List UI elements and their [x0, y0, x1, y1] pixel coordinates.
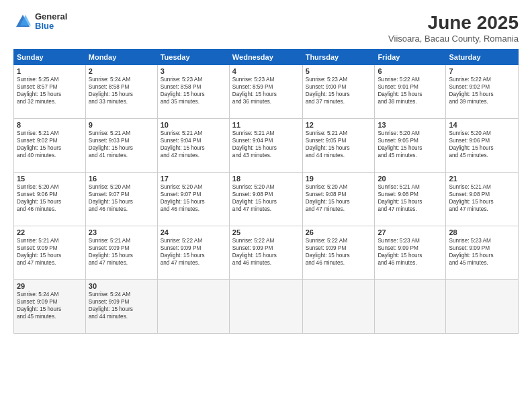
- day-info: Sunrise: 5:20 AM Sunset: 9:07 PM Dayligh…: [161, 183, 226, 213]
- day-info: Sunrise: 5:21 AM Sunset: 9:02 PM Dayligh…: [17, 130, 83, 159]
- day-info: Sunrise: 5:25 AM Sunset: 8:57 PM Dayligh…: [17, 76, 83, 105]
- day-number: 16: [89, 175, 154, 183]
- day-info: Sunrise: 5:21 AM Sunset: 9:03 PM Dayligh…: [89, 130, 154, 159]
- day-info: Sunrise: 5:20 AM Sunset: 9:08 PM Dayligh…: [306, 183, 372, 213]
- weekday-header: Sunday: [14, 50, 86, 65]
- day-number: 23: [89, 228, 154, 236]
- day-number: 18: [232, 175, 300, 183]
- day-info: Sunrise: 5:23 AM Sunset: 8:58 PM Dayligh…: [161, 76, 226, 105]
- day-info: Sunrise: 5:24 AM Sunset: 9:09 PM Dayligh…: [89, 291, 154, 320]
- calendar-day-cell: 27Sunrise: 5:23 AM Sunset: 9:09 PM Dayli…: [375, 226, 446, 280]
- day-info: Sunrise: 5:24 AM Sunset: 9:09 PM Dayligh…: [17, 291, 83, 320]
- calendar-day-cell: 4Sunrise: 5:23 AM Sunset: 8:59 PM Daylig…: [229, 65, 302, 119]
- day-info: Sunrise: 5:20 AM Sunset: 9:07 PM Dayligh…: [89, 183, 154, 213]
- day-info: Sunrise: 5:23 AM Sunset: 8:59 PM Dayligh…: [232, 76, 300, 105]
- day-info: Sunrise: 5:22 AM Sunset: 9:09 PM Dayligh…: [161, 237, 226, 267]
- day-number: 2: [89, 67, 154, 75]
- day-number: 10: [161, 121, 226, 129]
- day-number: 24: [161, 228, 226, 236]
- location-subtitle: Viisoara, Bacau County, Romania: [388, 34, 519, 44]
- calendar-day-cell: 25Sunrise: 5:22 AM Sunset: 9:09 PM Dayli…: [229, 226, 302, 280]
- calendar-day-cell: 9Sunrise: 5:21 AM Sunset: 9:03 PM Daylig…: [85, 119, 157, 173]
- day-info: Sunrise: 5:20 AM Sunset: 9:05 PM Dayligh…: [378, 130, 443, 159]
- calendar-week-row: 1Sunrise: 5:25 AM Sunset: 8:57 PM Daylig…: [14, 65, 519, 119]
- day-info: Sunrise: 5:22 AM Sunset: 9:09 PM Dayligh…: [232, 237, 300, 267]
- calendar-day-cell: [302, 280, 375, 334]
- calendar-day-cell: 7Sunrise: 5:22 AM Sunset: 9:02 PM Daylig…: [446, 65, 519, 119]
- day-info: Sunrise: 5:23 AM Sunset: 9:09 PM Dayligh…: [378, 237, 443, 267]
- calendar-day-cell: 3Sunrise: 5:23 AM Sunset: 8:58 PM Daylig…: [157, 65, 229, 119]
- calendar-header-row: SundayMondayTuesdayWednesdayThursdayFrid…: [14, 50, 519, 65]
- day-number: 22: [17, 228, 83, 236]
- day-info: Sunrise: 5:22 AM Sunset: 9:02 PM Dayligh…: [449, 76, 515, 105]
- calendar-day-cell: 16Sunrise: 5:20 AM Sunset: 9:07 PM Dayli…: [85, 173, 157, 226]
- calendar-day-cell: 22Sunrise: 5:21 AM Sunset: 9:09 PM Dayli…: [14, 226, 86, 280]
- day-number: 7: [449, 67, 515, 75]
- day-number: 9: [89, 121, 154, 129]
- calendar-week-row: 15Sunrise: 5:20 AM Sunset: 9:06 PM Dayli…: [14, 173, 519, 226]
- day-number: 4: [232, 67, 300, 75]
- weekday-header: Tuesday: [157, 50, 229, 65]
- calendar-day-cell: 11Sunrise: 5:21 AM Sunset: 9:04 PM Dayli…: [229, 119, 302, 173]
- calendar-week-row: 22Sunrise: 5:21 AM Sunset: 9:09 PM Dayli…: [14, 226, 519, 280]
- page: General Blue June 2025 Viisoara, Bacau C…: [0, 0, 532, 411]
- calendar-day-cell: 6Sunrise: 5:22 AM Sunset: 9:01 PM Daylig…: [375, 65, 446, 119]
- calendar-day-cell: 19Sunrise: 5:20 AM Sunset: 9:08 PM Dayli…: [302, 173, 375, 226]
- day-number: 28: [449, 228, 515, 236]
- day-info: Sunrise: 5:20 AM Sunset: 9:08 PM Dayligh…: [232, 183, 300, 213]
- day-info: Sunrise: 5:23 AM Sunset: 9:00 PM Dayligh…: [306, 76, 372, 105]
- day-info: Sunrise: 5:22 AM Sunset: 9:09 PM Dayligh…: [306, 237, 372, 267]
- calendar-day-cell: 24Sunrise: 5:22 AM Sunset: 9:09 PM Dayli…: [157, 226, 229, 280]
- calendar-day-cell: 23Sunrise: 5:21 AM Sunset: 9:09 PM Dayli…: [85, 226, 157, 280]
- day-number: 15: [17, 175, 83, 183]
- logo-icon: [13, 12, 32, 31]
- title-block: June 2025 Viisoara, Bacau County, Romani…: [388, 12, 519, 44]
- day-number: 3: [161, 67, 226, 75]
- logo-blue: Blue: [35, 21, 67, 31]
- day-info: Sunrise: 5:21 AM Sunset: 9:05 PM Dayligh…: [306, 130, 372, 159]
- day-number: 5: [306, 67, 372, 75]
- day-number: 6: [378, 67, 443, 75]
- day-info: Sunrise: 5:23 AM Sunset: 9:09 PM Dayligh…: [449, 237, 515, 267]
- calendar-day-cell: [446, 280, 519, 334]
- calendar-week-row: 8Sunrise: 5:21 AM Sunset: 9:02 PM Daylig…: [14, 119, 519, 173]
- calendar-day-cell: 8Sunrise: 5:21 AM Sunset: 9:02 PM Daylig…: [14, 119, 86, 173]
- weekday-header: Wednesday: [229, 50, 302, 65]
- calendar-day-cell: 18Sunrise: 5:20 AM Sunset: 9:08 PM Dayli…: [229, 173, 302, 226]
- day-info: Sunrise: 5:21 AM Sunset: 9:08 PM Dayligh…: [449, 183, 515, 213]
- calendar-day-cell: [375, 280, 446, 334]
- calendar-day-cell: 30Sunrise: 5:24 AM Sunset: 9:09 PM Dayli…: [85, 280, 157, 334]
- calendar-day-cell: 28Sunrise: 5:23 AM Sunset: 9:09 PM Dayli…: [446, 226, 519, 280]
- logo-general: General: [35, 12, 67, 21]
- day-number: 11: [232, 121, 300, 129]
- day-number: 13: [378, 121, 443, 129]
- calendar-day-cell: 2Sunrise: 5:24 AM Sunset: 8:58 PM Daylig…: [85, 65, 157, 119]
- day-number: 25: [232, 228, 300, 236]
- day-number: 1: [17, 67, 83, 75]
- calendar-day-cell: 15Sunrise: 5:20 AM Sunset: 9:06 PM Dayli…: [14, 173, 86, 226]
- weekday-header: Friday: [375, 50, 446, 65]
- calendar-day-cell: 13Sunrise: 5:20 AM Sunset: 9:05 PM Dayli…: [375, 119, 446, 173]
- day-number: 19: [306, 175, 372, 183]
- calendar-day-cell: 14Sunrise: 5:20 AM Sunset: 9:06 PM Dayli…: [446, 119, 519, 173]
- calendar-day-cell: 10Sunrise: 5:21 AM Sunset: 9:04 PM Dayli…: [157, 119, 229, 173]
- day-info: Sunrise: 5:21 AM Sunset: 9:08 PM Dayligh…: [378, 183, 443, 213]
- day-number: 20: [378, 175, 443, 183]
- calendar-week-row: 29Sunrise: 5:24 AM Sunset: 9:09 PM Dayli…: [14, 280, 519, 334]
- calendar-day-cell: 1Sunrise: 5:25 AM Sunset: 8:57 PM Daylig…: [14, 65, 86, 119]
- logo: General Blue: [13, 12, 67, 32]
- day-info: Sunrise: 5:21 AM Sunset: 9:09 PM Dayligh…: [89, 237, 154, 267]
- day-info: Sunrise: 5:21 AM Sunset: 9:04 PM Dayligh…: [232, 130, 300, 159]
- calendar-day-cell: 26Sunrise: 5:22 AM Sunset: 9:09 PM Dayli…: [302, 226, 375, 280]
- day-info: Sunrise: 5:20 AM Sunset: 9:06 PM Dayligh…: [17, 183, 83, 213]
- day-info: Sunrise: 5:21 AM Sunset: 9:09 PM Dayligh…: [17, 237, 83, 267]
- day-info: Sunrise: 5:22 AM Sunset: 9:01 PM Dayligh…: [378, 76, 443, 105]
- calendar-day-cell: 21Sunrise: 5:21 AM Sunset: 9:08 PM Dayli…: [446, 173, 519, 226]
- calendar-day-cell: 17Sunrise: 5:20 AM Sunset: 9:07 PM Dayli…: [157, 173, 229, 226]
- weekday-header: Thursday: [302, 50, 375, 65]
- day-info: Sunrise: 5:21 AM Sunset: 9:04 PM Dayligh…: [161, 130, 226, 159]
- calendar-day-cell: 29Sunrise: 5:24 AM Sunset: 9:09 PM Dayli…: [14, 280, 86, 334]
- logo-text: General Blue: [35, 12, 67, 32]
- day-number: 27: [378, 228, 443, 236]
- day-number: 8: [17, 121, 83, 129]
